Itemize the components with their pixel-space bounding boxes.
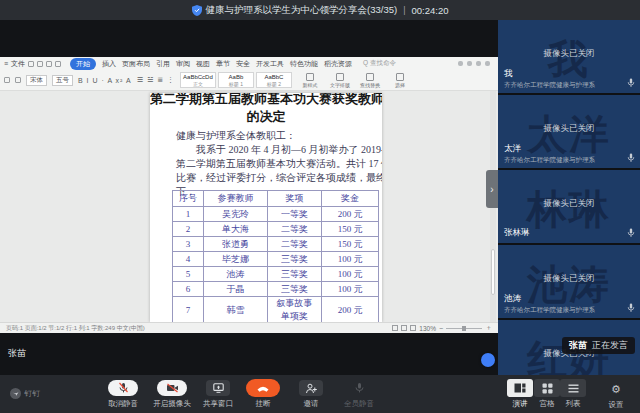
ribbon-tool-查找替换[interactable]: 查找替换 [357, 73, 383, 88]
unmute-button[interactable]: 取消静音 [95, 379, 151, 409]
paragraph-buttons[interactable]: ☰ ☱ ≣ ⋮ [137, 76, 175, 84]
participant-tile[interactable]: 林琳摄像头已关闭张林琳 [498, 170, 640, 243]
font-size-select[interactable]: 五号 [52, 75, 73, 86]
award-table-row: 7韩雪叙事故事 单项奖200 元 [173, 297, 379, 323]
participant-tile[interactable]: 太洋摄像头已关闭太洋齐齐哈尔工程学院健康与护理系 [498, 95, 640, 168]
hangup-label: 挂断 [256, 399, 271, 409]
app-logo: 钉钉 [10, 388, 40, 399]
ribbon-tab-开发工具[interactable]: 开发工具 [256, 59, 284, 69]
award-table-header: 奖项 [268, 191, 322, 207]
ribbon-tabs: 开始插入页面布局引用审阅视图章节安全开发工具特色功能稻壳资源 [70, 58, 352, 70]
hamburger-menu-icon[interactable]: ≡ [4, 60, 8, 67]
doc-paragraph-line: 比赛，经过评委打分，综合评定各项成绩，最终获奖名单如 [176, 171, 376, 185]
undo-icon[interactable] [46, 61, 52, 67]
microphone-muted-icon [118, 382, 129, 394]
ribbon-tab-开始[interactable]: 开始 [70, 58, 96, 70]
ribbon-tab-章节[interactable]: 章节 [216, 59, 230, 69]
zoom-in-icon[interactable]: ＋ [485, 323, 492, 333]
ribbon-tab-引用[interactable]: 引用 [156, 59, 170, 69]
help-icon[interactable] [485, 61, 490, 66]
ribbon-search[interactable]: Q 查找命令 [363, 59, 396, 68]
participant-name: 池涛 [504, 293, 521, 305]
ribbon-tool-label: 新样式 [302, 82, 317, 88]
redo-icon[interactable] [55, 61, 61, 67]
mute-all-icon [354, 382, 365, 394]
camera-muted-icon [166, 383, 179, 393]
doc-status-info: 页码:1 页面:1/2 节:1/2 行:1 列:1 字数:249 中文(中国) [6, 324, 145, 333]
settings-label: 设置 [609, 400, 624, 410]
award-table-cell: 200 元 [322, 207, 379, 222]
style-preview: AaBb [229, 74, 244, 81]
ribbon-tab-审阅[interactable]: 审阅 [176, 59, 190, 69]
ribbon-tab-安全[interactable]: 安全 [236, 59, 250, 69]
ribbon-tool-label: 选择 [395, 82, 405, 88]
award-table-cell: 3 [173, 237, 204, 252]
style-item[interactable]: AaBbCcDd正文 [180, 72, 216, 88]
shared-screen-stage: ≡ 文件 开始插入页面布局引用审阅视图章节安全开发工具特色功能稻壳资源 Q 查找… [0, 20, 498, 375]
award-table-header: 参赛教师 [204, 191, 268, 207]
ribbon-tab-页面布局[interactable]: 页面布局 [122, 59, 150, 69]
hangup-phone-icon [256, 383, 270, 393]
ribbon-tab-稻壳资源[interactable]: 稻壳资源 [324, 59, 352, 69]
web-view-icon[interactable] [410, 325, 416, 331]
doc-zoom-level: 130% [419, 325, 436, 332]
meeting-title-bar: 健康与护理系以学生为中心领学分享会(33/35) | 00:24:20 [0, 0, 640, 20]
camera-on-label: 开启摄像头 [153, 399, 191, 409]
ribbon-tab-插入[interactable]: 插入 [102, 59, 116, 69]
paste-icon[interactable] [4, 77, 10, 83]
meeting-timer: 00:24:20 [411, 5, 448, 16]
like-icon[interactable] [476, 61, 481, 66]
ribbon-tool-选择[interactable]: 选择 [387, 73, 413, 88]
doc-scrollbar-thumb[interactable] [491, 249, 495, 295]
font-format-buttons[interactable]: B I U · A x² A [78, 77, 132, 84]
award-table-row: 5池涛三等奖100 元 [173, 267, 379, 282]
save-icon[interactable] [28, 61, 34, 67]
page-view-icon[interactable] [392, 325, 398, 331]
doc-title-line2: 的决定 [150, 108, 382, 126]
style-item[interactable]: AaBb标题 1 [218, 72, 254, 88]
security-shield-icon [192, 5, 202, 16]
award-table-cell: 2 [173, 222, 204, 237]
award-table-cell: 100 元 [322, 282, 379, 297]
format-painter-icon[interactable] [15, 77, 21, 83]
print-icon[interactable] [37, 61, 43, 67]
ribbon-tab-特色功能[interactable]: 特色功能 [290, 59, 318, 69]
ribbon-tool-新样式[interactable]: 新样式 [297, 73, 323, 88]
ribbon-tool-文字排版[interactable]: 文字排版 [327, 73, 353, 88]
settings-button[interactable]: ⚙ 设置 [594, 379, 638, 410]
participant-tile[interactable]: 我摄像头已关闭我齐齐哈尔工程学院健康与护理系 [498, 20, 640, 93]
invite-label: 邀请 [304, 399, 319, 409]
ribbon-tab-视图[interactable]: 视图 [196, 59, 210, 69]
participant-tile[interactable]: 池涛摄像头已关闭池涛齐齐哈尔工程学院健康与护理系 [498, 245, 640, 318]
award-table-header-row: 序号参赛教师奖项奖金 [173, 191, 379, 207]
doc-paragraph-line: 第二学期第五届教师基本功大赛活动。共计 17 位教工参加 [176, 157, 376, 171]
award-table-cell: 吴宪玲 [204, 207, 268, 222]
award-table-cell: 4 [173, 252, 204, 267]
list-view-button[interactable]: 列表 [551, 379, 595, 409]
award-table-cell: 二等奖 [268, 222, 322, 237]
outline-view-icon[interactable] [401, 325, 407, 331]
mute-all-button[interactable]: 全员静音 [331, 379, 387, 409]
wps-document-window: ≡ 文件 开始插入页面布局引用审阅视图章节安全开发工具特色功能稻壳资源 Q 查找… [0, 57, 498, 333]
font-name-select[interactable]: 宋体 [26, 75, 47, 86]
sidebar-collapse-handle[interactable]: › [486, 170, 498, 208]
award-table-cell: 7 [173, 297, 204, 323]
ribbon-tabs-row: ≡ 文件 开始插入页面布局引用审阅视图章节安全开发工具特色功能稻壳资源 Q 查找… [0, 57, 498, 70]
award-table-header: 奖金 [322, 191, 379, 207]
style-gallery: AaBbCcDd正文AaBb标题 1AaBbC标题 2 [180, 72, 292, 88]
award-table-row: 1吴宪玲一等奖200 元 [173, 207, 379, 222]
participant-name: 太洋 [504, 143, 521, 155]
zoom-out-icon[interactable]: − [439, 325, 443, 332]
file-menu[interactable]: 文件 [11, 59, 25, 69]
doc-title-line1: 第二学期第五届教师基本功大赛获奖教师 [150, 93, 382, 108]
award-table-row: 4毕芝娜三等奖100 元 [173, 252, 379, 267]
share-doc-icon[interactable] [467, 61, 472, 66]
style-item[interactable]: AaBbC标题 2 [256, 72, 292, 88]
gear-icon: ⚙ [611, 383, 621, 395]
share-window-label: 共享窗口 [203, 399, 233, 409]
cloud-sync-icon[interactable] [458, 61, 463, 66]
zoom-slider[interactable] [446, 328, 482, 329]
floating-action-button[interactable] [481, 353, 495, 367]
award-table-cell: 一等奖 [268, 207, 322, 222]
style-preview: AaBbCcDd [183, 74, 213, 81]
